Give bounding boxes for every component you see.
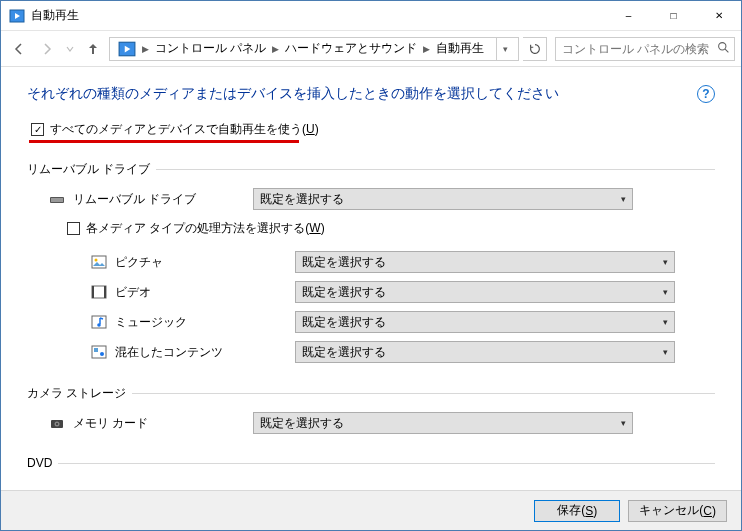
pictures-label: ピクチャ — [115, 254, 295, 271]
removable-drive-row: リムーバブル ドライブ 既定を選択する▾ — [27, 188, 715, 210]
music-row: ミュージック 既定を選択する▾ — [27, 311, 715, 333]
music-label: ミュージック — [115, 314, 295, 331]
chevron-down-icon: ▾ — [663, 257, 668, 267]
video-combo[interactable]: 既定を選択する▾ — [295, 281, 675, 303]
video-row: ビデオ 既定を選択する▾ — [27, 281, 715, 303]
recent-dropdown[interactable] — [63, 37, 77, 61]
memory-card-label: メモリ カード — [73, 415, 253, 432]
master-autoplay-checkbox-row: すべてのメディアとデバイスで自動再生を使う(U) — [31, 121, 715, 138]
up-button[interactable] — [81, 37, 105, 61]
back-button[interactable] — [7, 37, 31, 61]
svg-point-14 — [97, 323, 101, 327]
chevron-down-icon: ▾ — [663, 347, 668, 357]
svg-point-4 — [719, 42, 726, 49]
forward-button[interactable] — [35, 37, 59, 61]
pictures-row: ピクチャ 既定を選択する▾ — [27, 251, 715, 273]
video-icon — [91, 284, 107, 300]
section-removable-heading: リムーバブル ドライブ — [27, 161, 715, 178]
navbar: ▶ コントロール パネル ▶ ハードウェアとサウンド ▶ 自動再生 ▾ — [1, 31, 741, 67]
section-dvd-heading: DVD — [27, 456, 715, 470]
svg-rect-16 — [94, 348, 98, 352]
removable-drive-label: リムーバブル ドライブ — [73, 191, 253, 208]
pictures-combo[interactable]: 既定を選択する▾ — [295, 251, 675, 273]
svg-rect-12 — [104, 286, 106, 298]
chevron-down-icon: ▾ — [663, 287, 668, 297]
section-camera-heading: カメラ ストレージ — [27, 385, 715, 402]
memory-card-row: メモリ カード 既定を選択する▾ — [27, 412, 715, 434]
mixed-label: 混在したコンテンツ — [115, 344, 295, 361]
master-autoplay-label: すべてのメディアとデバイスで自動再生を使う(U) — [50, 121, 319, 138]
memory-card-icon — [49, 415, 65, 431]
window-title: 自動再生 — [31, 7, 79, 24]
breadcrumb-item[interactable]: 自動再生 — [432, 38, 488, 59]
chevron-right-icon: ▶ — [270, 44, 281, 54]
svg-point-9 — [95, 259, 98, 262]
highlight-underline — [29, 140, 299, 143]
search-icon[interactable] — [717, 41, 730, 57]
media-type-checkbox[interactable] — [67, 222, 80, 235]
search-box[interactable] — [555, 37, 735, 61]
music-combo[interactable]: 既定を選択する▾ — [295, 311, 675, 333]
minimize-button[interactable]: – — [606, 1, 651, 30]
breadcrumb-item[interactable]: コントロール パネル — [151, 38, 270, 59]
content-area: それぞれの種類のメディアまたはデバイスを挿入したときの動作を選択してください ?… — [1, 67, 741, 530]
save-button[interactable]: 保存(S) — [534, 500, 620, 522]
breadcrumb-dropdown[interactable]: ▾ — [496, 38, 514, 60]
mixed-row: 混在したコンテンツ 既定を選択する▾ — [27, 341, 715, 363]
refresh-button[interactable] — [523, 37, 547, 61]
footer-bar: 保存(S) キャンセル(C) — [1, 490, 741, 530]
svg-line-5 — [725, 49, 728, 52]
window-frame: 自動再生 – □ ✕ ▶ コントロール パネル ▶ ハードウェアとサウンド ▶ … — [0, 0, 742, 531]
autoplay-addr-icon — [118, 40, 136, 58]
svg-rect-8 — [92, 256, 106, 268]
svg-rect-11 — [92, 286, 94, 298]
maximize-button[interactable]: □ — [651, 1, 696, 30]
svg-point-17 — [100, 352, 104, 356]
autoplay-app-icon — [9, 8, 25, 24]
headline-text: それぞれの種類のメディアまたはデバイスを挿入したときの動作を選択してください — [27, 85, 559, 103]
search-input[interactable] — [560, 41, 717, 57]
chevron-right-icon: ▶ — [421, 44, 432, 54]
music-icon — [91, 314, 107, 330]
close-button[interactable]: ✕ — [696, 1, 741, 30]
chevron-down-icon: ▾ — [663, 317, 668, 327]
chevron-down-icon: ▾ — [621, 418, 626, 428]
titlebar: 自動再生 – □ ✕ — [1, 1, 741, 31]
mixed-combo[interactable]: 既定を選択する▾ — [295, 341, 675, 363]
picture-icon — [91, 254, 107, 270]
page-headline: それぞれの種類のメディアまたはデバイスを挿入したときの動作を選択してください ? — [27, 85, 715, 103]
media-type-checkbox-row: 各メディア タイプの処理方法を選択する(W) — [27, 220, 715, 237]
svg-rect-7 — [51, 198, 63, 202]
svg-rect-10 — [92, 286, 106, 298]
address-bar[interactable]: ▶ コントロール パネル ▶ ハードウェアとサウンド ▶ 自動再生 ▾ — [109, 37, 519, 61]
chevron-right-icon: ▶ — [140, 44, 151, 54]
memory-card-combo[interactable]: 既定を選択する▾ — [253, 412, 633, 434]
master-autoplay-checkbox[interactable] — [31, 123, 44, 136]
help-icon[interactable]: ? — [697, 85, 715, 103]
video-label: ビデオ — [115, 284, 295, 301]
chevron-down-icon: ▾ — [621, 194, 626, 204]
cancel-button[interactable]: キャンセル(C) — [628, 500, 727, 522]
removable-drive-icon — [49, 191, 65, 207]
media-type-label: 各メディア タイプの処理方法を選択する(W) — [86, 220, 325, 237]
svg-point-20 — [56, 423, 58, 425]
breadcrumb-item[interactable]: ハードウェアとサウンド — [281, 38, 421, 59]
mixed-icon — [91, 344, 107, 360]
removable-drive-combo[interactable]: 既定を選択する▾ — [253, 188, 633, 210]
